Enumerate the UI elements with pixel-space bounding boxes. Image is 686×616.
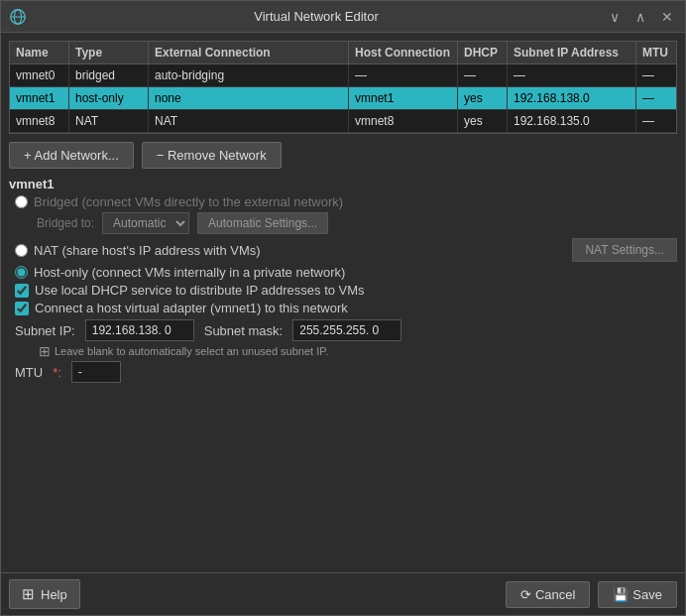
- adapter-checkbox[interactable]: [15, 302, 29, 315]
- main-content: Name Type External Connection Host Conne…: [1, 33, 685, 572]
- footer-actions: ⟳ Cancel 💾 Save: [506, 581, 677, 608]
- virtual-network-editor-window: Virtual Network Editor ∨ ∧ ✕ Name Type E…: [0, 0, 686, 616]
- title-bar-controls: ∨ ∧ ✕: [606, 7, 677, 27]
- col-name: Name: [10, 42, 69, 63]
- row0-name: vmnet0: [10, 64, 69, 86]
- row0-host: —: [349, 64, 458, 86]
- subnet-note: ⊞ Leave blank to automatically select an…: [39, 343, 677, 359]
- subnet-ip-input[interactable]: [85, 319, 194, 341]
- row1-type: host-only: [69, 87, 149, 109]
- row1-external: none: [149, 87, 349, 109]
- dhcp-checkbox-label: Use local DHCP service to distribute IP …: [35, 283, 365, 298]
- col-host: Host Connection: [349, 42, 458, 63]
- maximize-button[interactable]: ∧: [631, 7, 649, 27]
- table-header: Name Type External Connection Host Conne…: [10, 42, 676, 64]
- mtu-row: MTU *:: [15, 361, 677, 383]
- col-external: External Connection: [149, 42, 349, 63]
- subnet-row: Subnet IP: Subnet mask:: [15, 319, 677, 341]
- cancel-icon: ⟳: [520, 587, 531, 602]
- hostonly-radio-option[interactable]: Host-only (connect VMs internally in a p…: [15, 265, 677, 280]
- bridged-radio[interactable]: [15, 195, 28, 208]
- col-mtu: MTU: [636, 42, 676, 63]
- hostonly-radio-label: Host-only (connect VMs internally in a p…: [34, 265, 345, 280]
- bridged-to-label: Bridged to:: [37, 216, 94, 230]
- table-row[interactable]: vmnet0 bridged auto-bridging — — — —: [10, 64, 676, 87]
- row2-name: vmnet8: [10, 110, 69, 132]
- footer: ⊞ Help ⟳ Cancel 💾 Save: [1, 572, 685, 615]
- nat-settings-button[interactable]: NAT Settings...: [572, 238, 677, 262]
- network-buttons: + Add Network... − Remove Network: [9, 142, 677, 169]
- row2-mtu: —: [636, 110, 676, 132]
- automatic-settings-button[interactable]: Automatic Settings...: [197, 212, 328, 234]
- dhcp-checkbox[interactable]: [15, 284, 29, 298]
- close-button[interactable]: ✕: [657, 7, 677, 27]
- remove-network-button[interactable]: − Remove Network: [142, 142, 282, 169]
- title-bar: Virtual Network Editor ∨ ∧ ✕: [1, 1, 685, 33]
- table-row[interactable]: vmnet8 NAT NAT vmnet8 yes 192.168.135.0 …: [10, 110, 676, 133]
- row2-subnet: 192.168.135.0: [508, 110, 636, 132]
- nat-radio-option[interactable]: NAT (share host's IP address with VMs) N…: [15, 238, 677, 262]
- adapter-checkbox-option[interactable]: Connect a host virtual adapter (vmnet1) …: [15, 301, 677, 315]
- row2-external: NAT: [149, 110, 349, 132]
- hostonly-radio[interactable]: [15, 266, 28, 279]
- row2-dhcp: yes: [458, 110, 508, 132]
- bridged-to-select[interactable]: Automatic: [102, 212, 189, 234]
- row0-type: bridged: [69, 64, 149, 86]
- help-icon: ⊞: [22, 585, 35, 603]
- bridged-sub-options: Bridged to: Automatic Automatic Settings…: [37, 212, 677, 234]
- row1-subnet: 192.168.138.0: [508, 87, 636, 109]
- row0-external: auto-bridging: [149, 64, 349, 86]
- title-bar-left: [9, 8, 27, 26]
- add-network-button[interactable]: + Add Network...: [9, 142, 134, 169]
- row1-mtu: —: [636, 87, 676, 109]
- col-dhcp: DHCP: [458, 42, 508, 63]
- cancel-button[interactable]: ⟳ Cancel: [506, 581, 590, 608]
- subnet-mask-label: Subnet mask:: [204, 323, 284, 338]
- help-button[interactable]: ⊞ Help: [9, 579, 80, 609]
- nat-radio-label: NAT (share host's IP address with VMs): [34, 243, 261, 258]
- row2-host: vmnet8: [349, 110, 458, 132]
- mtu-label: MTU: [15, 365, 43, 380]
- save-icon: 💾: [613, 587, 629, 602]
- row1-host: vmnet1: [349, 87, 458, 109]
- network-icon: [9, 8, 27, 26]
- save-button[interactable]: 💾 Save: [598, 581, 677, 608]
- row0-mtu: —: [636, 64, 676, 86]
- nat-radio[interactable]: [15, 244, 28, 257]
- bridged-radio-label: Bridged (connect VMs directly to the ext…: [34, 194, 343, 209]
- adapter-checkbox-label: Connect a host virtual adapter (vmnet1) …: [35, 301, 348, 315]
- row0-dhcp: —: [458, 64, 508, 86]
- network-config-section: vmnet1 Bridged (connect VMs directly to …: [9, 175, 677, 383]
- minimize-button[interactable]: ∨: [606, 7, 624, 27]
- col-type: Type: [69, 42, 149, 63]
- mtu-required-marker: *:: [53, 365, 61, 380]
- window-title: Virtual Network Editor: [27, 9, 606, 24]
- network-table: Name Type External Connection Host Conne…: [9, 41, 677, 134]
- col-subnet: Subnet IP Address: [508, 42, 636, 63]
- selected-network-label: vmnet1: [9, 177, 677, 191]
- table-row[interactable]: vmnet1 host-only none vmnet1 yes 192.168…: [10, 87, 676, 110]
- bridged-radio-option[interactable]: Bridged (connect VMs directly to the ext…: [15, 194, 677, 209]
- row0-subnet: —: [508, 64, 636, 86]
- row1-dhcp: yes: [458, 87, 508, 109]
- mtu-input[interactable]: [71, 361, 121, 383]
- dhcp-checkbox-option[interactable]: Use local DHCP service to distribute IP …: [15, 283, 677, 298]
- row2-type: NAT: [69, 110, 149, 132]
- subnet-ip-label: Subnet IP:: [15, 323, 75, 338]
- subnet-mask-input[interactable]: [292, 319, 401, 341]
- row1-name: vmnet1: [10, 87, 69, 109]
